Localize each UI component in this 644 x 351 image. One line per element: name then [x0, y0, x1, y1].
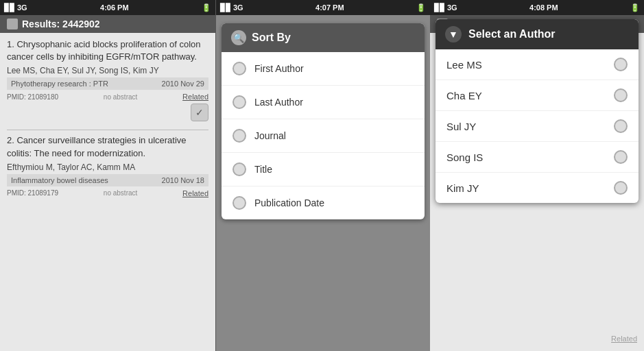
checkbox-btn-1[interactable]: ✓ [191, 104, 208, 121]
network-icon-3: 3G [447, 3, 457, 12]
battery-icons-3: 🔋 [630, 3, 640, 12]
result-pmid-1: PMID: 21089180 [7, 93, 58, 101]
time-2: 4:07 PM [315, 3, 344, 12]
sort-item-pub-date[interactable]: Publication Date [222, 186, 425, 219]
results-title-1: Results: 2442902 [22, 19, 100, 29]
battery-icon: 🔋 [202, 3, 211, 12]
panel-results: ▊▊ 3G 4:06 PM 🔋 Results: 2442902 1. Chry… [0, 0, 216, 351]
author-item-0[interactable]: Lee MS [436, 49, 639, 80]
result-journal-2: Inflammatory bowel diseases [11, 176, 108, 184]
sort-bg: 🔍 Sort By First Author Last Author Journ… [216, 15, 430, 351]
radio-journal[interactable] [232, 129, 246, 143]
battery-icons-1: 🔋 [202, 3, 211, 12]
author-name-1: Cha EY [446, 90, 482, 101]
sort-box: 🔍 Sort By First Author Last Author Journ… [222, 23, 425, 219]
sort-header: 🔍 Sort By [222, 23, 425, 52]
sort-item-last-author[interactable]: Last Author [222, 86, 425, 119]
status-icons-2: ▊▊ 3G [220, 3, 243, 12]
result-authors-2: Efthymiou M, Taylor AC, Kamm MA [7, 162, 208, 172]
result-item-2: 2. Cancer surveillance strategies in ulc… [7, 134, 208, 198]
radio-first-author[interactable] [232, 62, 246, 75]
author-item-2[interactable]: Sul JY [436, 111, 639, 142]
right-panel: ▊▊ 3G 4:08 PM 🔋 Results: 2442902 1. Chry… [430, 0, 644, 351]
result-footer-2: PMID: 21089179 no abstract Related [7, 188, 208, 199]
sort-label-pub-date: Publication Date [254, 197, 324, 208]
author-radio-1[interactable] [614, 88, 628, 102]
sort-item-first-author[interactable]: First Author [222, 52, 425, 86]
sort-item-journal[interactable]: Journal [222, 119, 425, 153]
author-header-title: Select an Author [468, 28, 556, 40]
status-bar-1: ▊▊ 3G 4:06 PM 🔋 [0, 0, 215, 15]
result-title-2: 2. Cancer surveillance strategies in ulc… [7, 134, 208, 159]
related-link-2[interactable]: Related [182, 189, 208, 197]
author-header: ▼ Select an Author [436, 19, 639, 49]
result-noabstract-1: no abstract [104, 93, 137, 101]
sort-item-title[interactable]: Title [222, 153, 425, 186]
result-num-1: 1. [7, 39, 14, 49]
signal-icon-2: ▊▊ [220, 3, 231, 12]
author-name-3: Song IS [446, 152, 483, 163]
status-bar-3: ▊▊ 3G 4:08 PM 🔋 [430, 0, 644, 15]
results-icon [7, 19, 18, 29]
checkbox-area-1: ✓ [7, 102, 208, 123]
result-date-1: 2010 Nov 29 [162, 80, 204, 88]
signal-icon: ▊▊ [4, 3, 15, 12]
related-link-3: Related [611, 335, 637, 343]
sort-label-title: Title [254, 164, 272, 175]
sort-label-journal: Journal [254, 130, 286, 141]
divider-1 [7, 130, 208, 130]
time-3: 4:08 PM [529, 3, 558, 12]
result-pmid-2: PMID: 21089179 [7, 189, 58, 197]
result-text-1: Chrysophanic acid blocks proliferation o… [7, 39, 201, 62]
result-date-2: 2010 Nov 18 [162, 176, 204, 184]
results-list: 1. Chrysophanic acid blocks proliferatio… [0, 33, 215, 351]
author-name-2: Sul JY [446, 121, 476, 132]
author-item-3[interactable]: Song IS [436, 142, 639, 173]
bg-related: Related [611, 332, 637, 344]
result-num-2: 2. [7, 135, 14, 145]
radio-last-author[interactable] [232, 95, 246, 109]
select-author-overlay: ▼ Select an Author Lee MS Cha EY Sul JY … [436, 19, 639, 203]
result-title-1: 1. Chrysophanic acid blocks proliferatio… [7, 38, 208, 63]
network-icon: 3G [17, 3, 27, 12]
radio-pub-date[interactable] [232, 196, 246, 210]
status-icons-3: ▊▊ 3G [434, 3, 457, 12]
sort-label-last-author: Last Author [254, 97, 303, 108]
sort-header-icon: 🔍 [231, 30, 246, 45]
author-radio-0[interactable] [614, 58, 628, 71]
author-radio-3[interactable] [614, 150, 628, 164]
author-name-4: Kim JY [446, 182, 479, 194]
related-link-1[interactable]: Related [182, 93, 208, 101]
sort-panel: ▊▊ 3G 4:07 PM 🔋 🔍 Sort By First Author L… [216, 0, 430, 351]
time-1: 4:06 PM [100, 3, 129, 12]
status-bar-2: ▊▊ 3G 4:07 PM 🔋 [216, 0, 430, 15]
author-radio-4[interactable] [614, 181, 628, 195]
author-radio-2[interactable] [614, 119, 628, 133]
result-authors-1: Lee MS, Cha EY, Sul JY, Song IS, Kim JY [7, 66, 208, 75]
title-bar-1: Results: 2442902 [0, 15, 215, 33]
battery-icon-2: 🔋 [416, 3, 426, 12]
result-text-2: Cancer surveillance strategies in ulcera… [7, 135, 187, 158]
result-item-1: 1. Chrysophanic acid blocks proliferatio… [7, 38, 208, 123]
author-item-1[interactable]: Cha EY [436, 80, 639, 111]
result-noabstract-2: no abstract [104, 189, 137, 197]
author-header-icon: ▼ [445, 26, 462, 43]
result-meta-1: Phytotherapy research : PTR 2010 Nov 29 [7, 77, 208, 90]
network-icon-2: 3G [233, 3, 243, 12]
result-meta-2: Inflammatory bowel diseases 2010 Nov 18 [7, 174, 208, 186]
result-footer-1: PMID: 21089180 no abstract Related [7, 91, 208, 102]
radio-title[interactable] [232, 162, 246, 176]
signal-icon-3: ▊▊ [434, 3, 445, 12]
status-icons-1: ▊▊ 3G [4, 3, 27, 12]
author-item-4[interactable]: Kim JY [436, 173, 639, 203]
sort-label-first-author: First Author [254, 63, 304, 74]
sort-title: Sort By [252, 32, 291, 44]
battery-icon-3: 🔋 [630, 3, 640, 12]
battery-icons-2: 🔋 [416, 3, 426, 12]
author-name-0: Lee MS [446, 59, 482, 71]
result-journal-1: Phytotherapy research : PTR [11, 80, 108, 88]
